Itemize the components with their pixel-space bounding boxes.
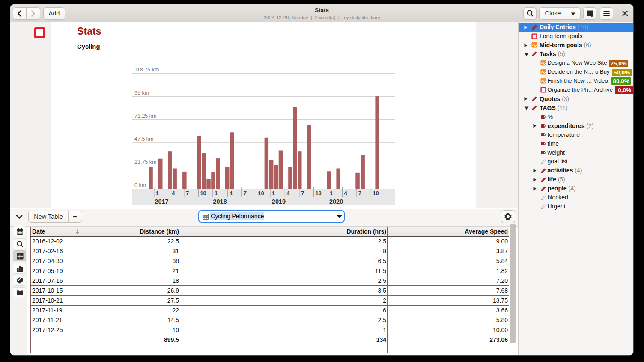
- svg-text:4: 4: [344, 190, 347, 196]
- svg-text:2020: 2020: [329, 198, 343, 205]
- svg-text:23.75 km: 23.75 km: [134, 159, 156, 165]
- svg-text:7: 7: [301, 190, 304, 196]
- svg-text:2018: 2018: [213, 198, 227, 205]
- svg-text:7: 7: [186, 190, 189, 196]
- svg-text:10: 10: [373, 190, 379, 196]
- svg-text:4: 4: [286, 190, 290, 196]
- svg-text:1: 1: [272, 190, 275, 196]
- svg-text:118.75 km: 118.75 km: [134, 67, 159, 73]
- svg-text:1: 1: [215, 190, 218, 196]
- svg-text:10: 10: [315, 190, 321, 196]
- svg-text:10: 10: [258, 190, 264, 196]
- svg-text:2019: 2019: [272, 198, 286, 205]
- svg-text:95 km: 95 km: [134, 90, 149, 96]
- svg-text:1: 1: [330, 190, 333, 196]
- svg-text:1: 1: [156, 190, 159, 196]
- svg-text:2017: 2017: [155, 198, 168, 205]
- svg-text:71.25 km: 71.25 km: [134, 113, 156, 119]
- svg-text:47.5 km: 47.5 km: [134, 136, 153, 142]
- svg-text:4: 4: [230, 190, 233, 196]
- svg-text:7: 7: [358, 190, 361, 196]
- svg-text:0 km: 0 km: [134, 182, 146, 188]
- svg-text:7: 7: [244, 190, 247, 196]
- svg-text:4: 4: [172, 190, 175, 196]
- svg-text:10: 10: [200, 190, 206, 196]
